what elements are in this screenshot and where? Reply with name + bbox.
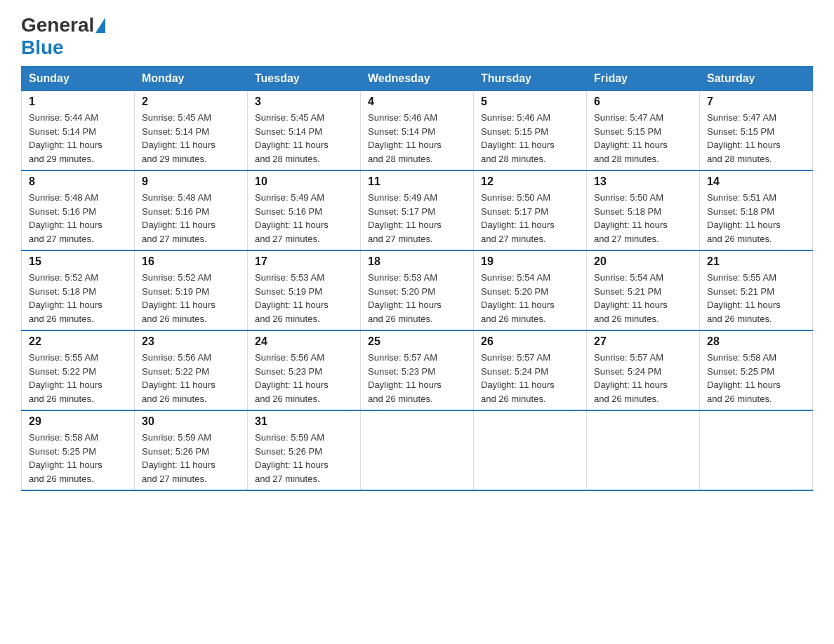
day-number: 31 [255, 415, 353, 428]
calendar-cell: 30 Sunrise: 5:59 AMSunset: 5:26 PMDaylig… [135, 410, 248, 490]
day-info: Sunrise: 5:49 AMSunset: 5:17 PMDaylight:… [368, 191, 466, 246]
day-info: Sunrise: 5:58 AMSunset: 5:25 PMDaylight:… [707, 351, 805, 405]
day-info: Sunrise: 5:59 AMSunset: 5:26 PMDaylight:… [142, 431, 240, 485]
day-info: Sunrise: 5:46 AMSunset: 5:15 PMDaylight:… [481, 111, 579, 166]
day-number: 30 [142, 415, 240, 428]
calendar-cell: 18 Sunrise: 5:53 AMSunset: 5:20 PMDaylig… [361, 250, 474, 330]
day-number: 16 [142, 255, 240, 268]
day-info: Sunrise: 5:45 AMSunset: 5:14 PMDaylight:… [255, 111, 353, 166]
calendar-cell: 5 Sunrise: 5:46 AMSunset: 5:15 PMDayligh… [474, 91, 587, 171]
day-info: Sunrise: 5:48 AMSunset: 5:16 PMDaylight:… [29, 191, 127, 246]
day-number: 8 [29, 175, 127, 188]
weekday-header-saturday: Saturday [700, 67, 813, 91]
day-info: Sunrise: 5:47 AMSunset: 5:15 PMDaylight:… [594, 111, 692, 166]
logo-general-text: General [21, 14, 94, 36]
calendar-cell: 17 Sunrise: 5:53 AMSunset: 5:19 PMDaylig… [248, 250, 361, 330]
logo-blue-text: Blue [21, 36, 64, 58]
day-number: 29 [29, 415, 127, 428]
day-info: Sunrise: 5:53 AMSunset: 5:19 PMDaylight:… [255, 271, 353, 326]
day-info: Sunrise: 5:48 AMSunset: 5:16 PMDaylight:… [142, 191, 240, 246]
day-info: Sunrise: 5:56 AMSunset: 5:23 PMDaylight:… [255, 351, 353, 405]
calendar-cell [700, 410, 813, 490]
day-number: 20 [594, 255, 692, 268]
calendar-cell: 14 Sunrise: 5:51 AMSunset: 5:18 PMDaylig… [700, 170, 813, 250]
day-number: 6 [594, 95, 692, 108]
day-number: 23 [142, 335, 240, 348]
page-header: General Blue [21, 14, 813, 59]
weekday-header-sunday: Sunday [22, 67, 135, 91]
calendar-cell: 12 Sunrise: 5:50 AMSunset: 5:17 PMDaylig… [474, 170, 587, 250]
calendar-cell: 1 Sunrise: 5:44 AMSunset: 5:14 PMDayligh… [22, 91, 135, 171]
calendar-cell: 27 Sunrise: 5:57 AMSunset: 5:24 PMDaylig… [587, 330, 700, 410]
day-info: Sunrise: 5:45 AMSunset: 5:14 PMDaylight:… [142, 111, 240, 166]
day-info: Sunrise: 5:51 AMSunset: 5:18 PMDaylight:… [707, 191, 805, 246]
calendar-cell: 16 Sunrise: 5:52 AMSunset: 5:19 PMDaylig… [135, 250, 248, 330]
weekday-header-friday: Friday [587, 67, 700, 91]
calendar-cell [587, 410, 700, 490]
calendar-cell: 29 Sunrise: 5:58 AMSunset: 5:25 PMDaylig… [22, 410, 135, 490]
day-number: 24 [255, 335, 353, 348]
day-info: Sunrise: 5:57 AMSunset: 5:23 PMDaylight:… [368, 351, 466, 405]
calendar-cell: 3 Sunrise: 5:45 AMSunset: 5:14 PMDayligh… [248, 91, 361, 171]
calendar-table: SundayMondayTuesdayWednesdayThursdayFrid… [21, 66, 813, 491]
day-info: Sunrise: 5:52 AMSunset: 5:19 PMDaylight:… [142, 271, 240, 326]
day-number: 26 [481, 335, 579, 348]
weekday-header-tuesday: Tuesday [248, 67, 361, 91]
calendar-cell: 10 Sunrise: 5:49 AMSunset: 5:16 PMDaylig… [248, 170, 361, 250]
calendar-cell: 26 Sunrise: 5:57 AMSunset: 5:24 PMDaylig… [474, 330, 587, 410]
calendar-cell: 20 Sunrise: 5:54 AMSunset: 5:21 PMDaylig… [587, 250, 700, 330]
calendar-cell: 11 Sunrise: 5:49 AMSunset: 5:17 PMDaylig… [361, 170, 474, 250]
calendar-week-row: 8 Sunrise: 5:48 AMSunset: 5:16 PMDayligh… [22, 170, 813, 250]
calendar-week-row: 22 Sunrise: 5:55 AMSunset: 5:22 PMDaylig… [22, 330, 813, 410]
day-number: 2 [142, 95, 240, 108]
day-info: Sunrise: 5:55 AMSunset: 5:21 PMDaylight:… [707, 271, 805, 326]
calendar-cell: 28 Sunrise: 5:58 AMSunset: 5:25 PMDaylig… [700, 330, 813, 410]
day-number: 14 [707, 175, 805, 188]
day-number: 19 [481, 255, 579, 268]
calendar-cell: 4 Sunrise: 5:46 AMSunset: 5:14 PMDayligh… [361, 91, 474, 171]
calendar-week-row: 1 Sunrise: 5:44 AMSunset: 5:14 PMDayligh… [22, 91, 813, 171]
calendar-cell: 6 Sunrise: 5:47 AMSunset: 5:15 PMDayligh… [587, 91, 700, 171]
calendar-cell: 19 Sunrise: 5:54 AMSunset: 5:20 PMDaylig… [474, 250, 587, 330]
day-info: Sunrise: 5:52 AMSunset: 5:18 PMDaylight:… [29, 271, 127, 326]
day-info: Sunrise: 5:59 AMSunset: 5:26 PMDaylight:… [255, 431, 353, 485]
day-number: 17 [255, 255, 353, 268]
day-info: Sunrise: 5:55 AMSunset: 5:22 PMDaylight:… [29, 351, 127, 405]
weekday-header-thursday: Thursday [474, 67, 587, 91]
day-number: 15 [29, 255, 127, 268]
day-number: 4 [368, 95, 466, 108]
calendar-cell: 25 Sunrise: 5:57 AMSunset: 5:23 PMDaylig… [361, 330, 474, 410]
calendar-cell: 31 Sunrise: 5:59 AMSunset: 5:26 PMDaylig… [248, 410, 361, 490]
day-info: Sunrise: 5:58 AMSunset: 5:25 PMDaylight:… [29, 431, 127, 485]
day-info: Sunrise: 5:46 AMSunset: 5:14 PMDaylight:… [368, 111, 466, 166]
day-info: Sunrise: 5:56 AMSunset: 5:22 PMDaylight:… [142, 351, 240, 405]
day-number: 10 [255, 175, 353, 188]
calendar-cell: 24 Sunrise: 5:56 AMSunset: 5:23 PMDaylig… [248, 330, 361, 410]
day-number: 28 [707, 335, 805, 348]
calendar-cell [474, 410, 587, 490]
day-info: Sunrise: 5:54 AMSunset: 5:20 PMDaylight:… [481, 271, 579, 326]
day-number: 22 [29, 335, 127, 348]
calendar-cell: 2 Sunrise: 5:45 AMSunset: 5:14 PMDayligh… [135, 91, 248, 171]
calendar-cell: 23 Sunrise: 5:56 AMSunset: 5:22 PMDaylig… [135, 330, 248, 410]
calendar-header-row: SundayMondayTuesdayWednesdayThursdayFrid… [22, 67, 813, 91]
day-number: 13 [594, 175, 692, 188]
day-number: 27 [594, 335, 692, 348]
day-info: Sunrise: 5:50 AMSunset: 5:17 PMDaylight:… [481, 191, 579, 246]
day-info: Sunrise: 5:57 AMSunset: 5:24 PMDaylight:… [594, 351, 692, 405]
calendar-cell: 9 Sunrise: 5:48 AMSunset: 5:16 PMDayligh… [135, 170, 248, 250]
day-info: Sunrise: 5:47 AMSunset: 5:15 PMDaylight:… [707, 111, 805, 166]
logo-triangle-icon [95, 18, 105, 33]
day-number: 12 [481, 175, 579, 188]
day-info: Sunrise: 5:53 AMSunset: 5:20 PMDaylight:… [368, 271, 466, 326]
day-number: 1 [29, 95, 127, 108]
calendar-cell: 8 Sunrise: 5:48 AMSunset: 5:16 PMDayligh… [22, 170, 135, 250]
day-number: 7 [707, 95, 805, 108]
calendar-cell: 7 Sunrise: 5:47 AMSunset: 5:15 PMDayligh… [700, 91, 813, 171]
day-info: Sunrise: 5:50 AMSunset: 5:18 PMDaylight:… [594, 191, 692, 246]
calendar-week-row: 15 Sunrise: 5:52 AMSunset: 5:18 PMDaylig… [22, 250, 813, 330]
calendar-cell: 22 Sunrise: 5:55 AMSunset: 5:22 PMDaylig… [22, 330, 135, 410]
calendar-cell: 21 Sunrise: 5:55 AMSunset: 5:21 PMDaylig… [700, 250, 813, 330]
weekday-header-monday: Monday [135, 67, 248, 91]
logo: General Blue [21, 14, 107, 59]
